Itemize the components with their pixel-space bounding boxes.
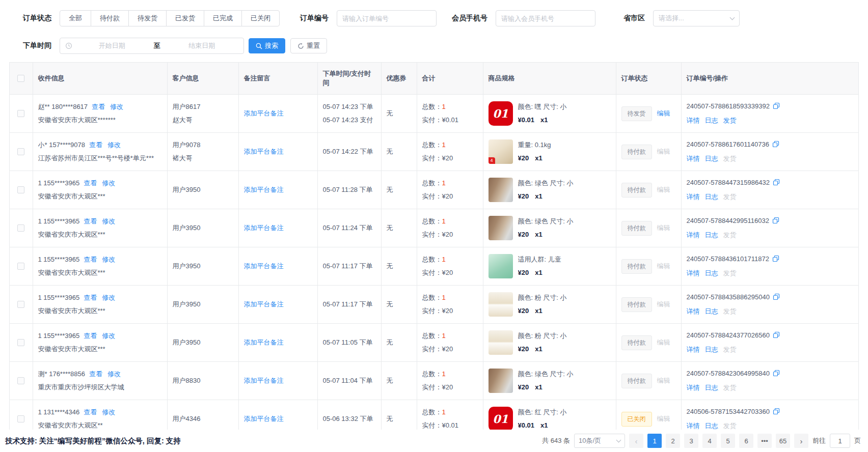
copy-icon[interactable] <box>773 103 780 111</box>
row-checkbox[interactable] <box>17 301 24 308</box>
log-link[interactable]: 日志 <box>705 422 718 430</box>
edit-link: 编辑 <box>657 148 670 155</box>
edit-link[interactable]: 编辑 <box>657 109 670 117</box>
copy-icon[interactable] <box>772 142 779 149</box>
page-ellipsis-button[interactable]: ••• <box>757 434 772 448</box>
page-button-6[interactable]: 6 <box>739 434 753 448</box>
page-button-1[interactable]: 1 <box>647 434 662 448</box>
view-link[interactable]: 查看 <box>84 408 97 416</box>
view-link[interactable]: 查看 <box>89 370 102 378</box>
add-remark-link[interactable]: 添加平台备注 <box>244 300 284 308</box>
order-status-tab-2[interactable]: 待发货 <box>128 10 167 26</box>
detail-link[interactable]: 详情 <box>687 346 700 353</box>
view-link[interactable]: 查看 <box>84 332 97 340</box>
row-checkbox[interactable] <box>17 339 24 346</box>
col-order-no-actions: 订单编号/操作 <box>681 63 858 95</box>
view-link[interactable]: 查看 <box>84 256 97 263</box>
view-link[interactable]: 查看 <box>84 217 97 225</box>
customer-id: 用户9078 <box>173 138 233 152</box>
page-size-select[interactable]: 10条/页 <box>574 434 625 448</box>
receiver-line: 1 155****3965查看修改 <box>38 329 162 343</box>
select-all-checkbox[interactable] <box>17 75 24 82</box>
row-checkbox[interactable] <box>17 148 24 155</box>
row-checkbox[interactable] <box>17 186 24 193</box>
add-remark-link[interactable]: 添加平台备注 <box>244 148 284 155</box>
region-select[interactable]: 请选择... <box>653 10 740 26</box>
next-page-button[interactable]: › <box>794 434 808 448</box>
reset-button[interactable]: 重置 <box>290 38 327 53</box>
order-time-range-picker[interactable]: 开始日期 至 结束日期 <box>60 38 244 54</box>
order-actions: 详情日志发货 <box>687 305 854 318</box>
add-remark-link[interactable]: 添加平台备注 <box>244 377 284 384</box>
copy-icon[interactable] <box>773 332 780 340</box>
coupon-text: 无 <box>387 109 393 117</box>
modify-link[interactable]: 修改 <box>107 370 121 378</box>
log-link[interactable]: 日志 <box>705 269 718 277</box>
view-link[interactable]: 查看 <box>89 141 102 149</box>
add-remark-link[interactable]: 添加平台备注 <box>244 109 284 117</box>
row-checkbox[interactable] <box>17 415 24 422</box>
page-button-3[interactable]: 3 <box>684 434 698 448</box>
prev-page-button[interactable]: ‹ <box>629 434 643 448</box>
goto-page-input[interactable] <box>830 434 850 448</box>
modify-link[interactable]: 修改 <box>102 408 115 416</box>
page-button-2[interactable]: 2 <box>666 434 680 448</box>
row-checkbox[interactable] <box>17 224 24 232</box>
modify-link[interactable]: 修改 <box>110 103 123 110</box>
log-link[interactable]: 日志 <box>705 117 718 124</box>
product-spec: 适用人群: 儿童 <box>518 253 561 266</box>
detail-link[interactable]: 详情 <box>687 117 700 124</box>
modify-link[interactable]: 修改 <box>102 217 115 225</box>
copy-icon[interactable] <box>772 256 779 264</box>
copy-icon[interactable] <box>772 218 779 225</box>
view-link[interactable]: 查看 <box>84 294 97 301</box>
detail-link[interactable]: 详情 <box>687 155 700 162</box>
detail-link[interactable]: 详情 <box>687 269 700 277</box>
detail-link[interactable]: 详情 <box>687 384 700 391</box>
modify-link[interactable]: 修改 <box>102 294 115 301</box>
add-remark-link[interactable]: 添加平台备注 <box>244 186 284 193</box>
order-status-tab-1[interactable]: 待付款 <box>91 10 129 26</box>
detail-link[interactable]: 详情 <box>687 193 700 201</box>
add-remark-link[interactable]: 添加平台备注 <box>244 338 284 346</box>
page-button-65[interactable]: 65 <box>776 434 790 448</box>
modify-link[interactable]: 修改 <box>102 256 115 263</box>
copy-icon[interactable] <box>773 371 780 378</box>
row-checkbox[interactable] <box>17 110 24 117</box>
detail-link[interactable]: 详情 <box>687 231 700 239</box>
order-status-tab-4[interactable]: 已完成 <box>204 10 242 26</box>
log-link[interactable]: 日志 <box>705 231 718 239</box>
search-button[interactable]: 搜索 <box>249 38 285 53</box>
log-link[interactable]: 日志 <box>705 346 718 353</box>
log-link[interactable]: 日志 <box>705 155 718 162</box>
modify-link[interactable]: 修改 <box>107 141 121 149</box>
add-remark-link[interactable]: 添加平台备注 <box>244 262 284 270</box>
log-link[interactable]: 日志 <box>705 384 718 391</box>
order-status-tab-3[interactable]: 已发货 <box>166 10 204 26</box>
add-remark-link[interactable]: 添加平台备注 <box>244 415 284 422</box>
page-button-4[interactable]: 4 <box>702 434 717 448</box>
page-button-5[interactable]: 5 <box>721 434 735 448</box>
modify-link[interactable]: 修改 <box>102 332 115 340</box>
copy-icon[interactable] <box>773 180 780 187</box>
copy-icon[interactable] <box>773 409 780 416</box>
total-label: 总数： <box>422 256 442 263</box>
ship-link[interactable]: 发货 <box>723 117 737 124</box>
order-status-tab-5[interactable]: 已关闭 <box>241 10 280 26</box>
member-phone-input[interactable] <box>496 10 595 26</box>
order-status-tab-0[interactable]: 全部 <box>60 10 91 26</box>
row-checkbox[interactable] <box>17 377 24 384</box>
add-remark-link[interactable]: 添加平台备注 <box>244 224 284 232</box>
view-link[interactable]: 查看 <box>92 103 105 110</box>
detail-link[interactable]: 详情 <box>687 422 700 430</box>
order-no-input[interactable] <box>337 10 437 26</box>
view-link[interactable]: 查看 <box>84 179 97 187</box>
log-link[interactable]: 日志 <box>705 193 718 201</box>
row-checkbox[interactable] <box>17 263 24 270</box>
modify-link[interactable]: 修改 <box>102 179 115 187</box>
log-link[interactable]: 日志 <box>705 307 718 315</box>
paid-label: 实付： <box>422 383 442 391</box>
total-label: 总数： <box>422 217 442 225</box>
detail-link[interactable]: 详情 <box>687 307 700 315</box>
copy-icon[interactable] <box>773 294 780 302</box>
